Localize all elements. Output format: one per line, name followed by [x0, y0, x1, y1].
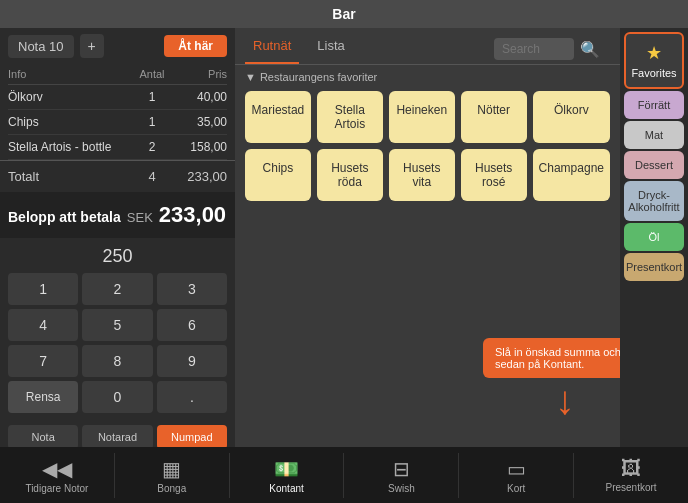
item-pris: 158,00 — [172, 140, 227, 154]
bottom-btn-swish[interactable]: ⊟ Swish — [344, 453, 459, 498]
bottom-icon-0: ◀◀ — [42, 457, 72, 481]
numpad-button-5[interactable]: 5 — [82, 309, 152, 341]
bottom-label-5: Presentkort — [605, 482, 656, 493]
right-btn-ol[interactable]: Öl — [624, 223, 684, 251]
bottom-icon-5: 🖼 — [621, 457, 641, 480]
numpad-button-8[interactable]: 8 — [82, 345, 152, 377]
right-btn-forratt[interactable]: Förrätt — [624, 91, 684, 119]
right-btn-mat[interactable]: Mat — [624, 121, 684, 149]
bottom-icon-2: 💵 — [274, 457, 299, 481]
totalt-pris: 233,00 — [172, 169, 227, 184]
numpad-button-0[interactable]: 0 — [82, 381, 152, 413]
numpad-section: 250 123456789Rensa0. — [0, 238, 235, 421]
item-pris: 40,00 — [172, 90, 227, 104]
nota-label: Nota 10 — [8, 35, 74, 58]
left-tab-row: NotaNotaradNumpad — [0, 421, 235, 447]
right-btn-dessert[interactable]: Dessert — [624, 151, 684, 179]
right-btn-label: Öl — [649, 231, 660, 243]
belopp-amount: Belopp att betala SEK 233,00 — [8, 202, 227, 228]
fav-item-heineken[interactable]: Heineken — [389, 91, 455, 143]
item-pris: 35,00 — [172, 115, 227, 129]
bottom-btn-presentkort[interactable]: 🖼 Presentkort — [574, 453, 688, 497]
search-input[interactable] — [494, 38, 574, 60]
table-row: Chips 1 35,00 — [8, 110, 227, 135]
order-rows: Ölkorv 1 40,00 Chips 1 35,00 Stella Arto… — [8, 85, 227, 160]
numpad-button-4[interactable]: 4 — [8, 309, 78, 341]
item-name: Ölkorv — [8, 90, 132, 104]
bottom-bar: ◀◀ Tidigare Notor ▦ Bonga 💵 Kontant ⊟ Sw… — [0, 447, 688, 503]
search-area: 🔍 — [484, 34, 610, 64]
item-name: Stella Artois - bottle — [8, 140, 132, 154]
fav-item-husetsvita[interactable]: Husets vita — [389, 149, 455, 201]
fav-grid: MariestadStella ArtoisHeinekenNötterÖlko… — [245, 91, 610, 201]
numpad-display: 250 — [8, 242, 227, 273]
center-tabs: Rutnät Lista 🔍 — [235, 28, 620, 65]
belopp-currency: SEK — [127, 210, 153, 225]
nota-add-button[interactable]: + — [80, 34, 104, 58]
fav-item-husetsrosé[interactable]: Husets rosé — [461, 149, 527, 201]
top-bar: Bar — [0, 0, 688, 28]
right-btn-label: Presentkort — [626, 261, 682, 273]
totalt-row: Totalt 4 233,00 — [0, 160, 235, 192]
center-panel: Rutnät Lista 🔍 ▼ Restaurangens favoriter… — [235, 28, 620, 447]
bottom-label-1: Bonga — [157, 483, 186, 494]
tab-rutnit[interactable]: Rutnät — [245, 34, 299, 64]
totalt-antal: 4 — [132, 169, 172, 184]
fav-item-mariestad[interactable]: Mariestad — [245, 91, 311, 143]
bottom-label-3: Swish — [388, 483, 415, 494]
fav-item-chips[interactable]: Chips — [245, 149, 311, 201]
fav-item-ölkorv[interactable]: Ölkorv — [533, 91, 610, 143]
at-har-button[interactable]: Åt här — [164, 35, 227, 57]
nota-row: Nota 10 + Åt här — [0, 28, 235, 64]
numpad-button-6[interactable]: 6 — [157, 309, 227, 341]
bottom-btn-kort[interactable]: ▭ Kort — [459, 453, 574, 498]
bottom-label-2: Kontant — [269, 483, 303, 494]
star-icon: ★ — [646, 42, 662, 64]
bottom-icon-1: ▦ — [162, 457, 181, 481]
bottom-btn-kontant[interactable]: 💵 Kontant — [230, 453, 345, 498]
bottom-btn-bonga[interactable]: ▦ Bonga — [115, 453, 230, 498]
tooltip-arrow: ↓ — [555, 380, 575, 420]
numpad-button-.[interactable]: . — [157, 381, 227, 413]
favorites-title: ▼ Restaurangens favoriter — [245, 71, 610, 83]
numpad-button-3[interactable]: 3 — [157, 273, 227, 305]
triangle-icon: ▼ — [245, 71, 256, 83]
tab-lista[interactable]: Lista — [309, 34, 352, 64]
tooltip-box: Slå in önskad summa och klicka sedan på … — [483, 338, 620, 378]
bottom-icon-4: ▭ — [507, 457, 526, 481]
tab-nota[interactable]: Nota — [8, 425, 78, 447]
order-header: Info Antal Pris — [8, 64, 227, 85]
item-antal: 1 — [132, 90, 172, 104]
main-layout: Nota 10 + Åt här Info Antal Pris Ölkorv … — [0, 28, 688, 447]
bottom-icon-3: ⊟ — [393, 457, 410, 481]
fav-item-stellaartois[interactable]: Stella Artois — [317, 91, 383, 143]
numpad-button-1[interactable]: 1 — [8, 273, 78, 305]
item-antal: 1 — [132, 115, 172, 129]
right-panel: ★FavoritesFörrättMatDessertDryck-Alkohol… — [620, 28, 688, 447]
tab-numpad[interactable]: Numpad — [157, 425, 227, 447]
right-btn-label: Dryck-Alkoholfritt — [628, 189, 680, 213]
numpad-button-2[interactable]: 2 — [82, 273, 152, 305]
belopp-value: 233,00 — [159, 202, 226, 228]
fav-item-champagne[interactable]: Champagne — [533, 149, 610, 201]
totalt-label: Totalt — [8, 169, 132, 184]
tooltip-text: Slå in önskad summa och klicka sedan på … — [495, 346, 620, 370]
fav-item-nötter[interactable]: Nötter — [461, 91, 527, 143]
table-row: Ölkorv 1 40,00 — [8, 85, 227, 110]
left-panel: Nota 10 + Åt här Info Antal Pris Ölkorv … — [0, 28, 235, 447]
right-btn-dryck[interactable]: Dryck-Alkoholfritt — [624, 181, 684, 221]
bottom-label-4: Kort — [507, 483, 525, 494]
belopp-title: Belopp att betala — [8, 209, 121, 225]
bottom-btn-tidigarenotor[interactable]: ◀◀ Tidigare Notor — [0, 453, 115, 498]
numpad-button-7[interactable]: 7 — [8, 345, 78, 377]
item-name: Chips — [8, 115, 132, 129]
belopp-section: Belopp att betala SEK 233,00 — [0, 192, 235, 238]
numpad-button-9[interactable]: 9 — [157, 345, 227, 377]
header-pris: Pris — [172, 68, 227, 80]
right-btn-favorites[interactable]: ★Favorites — [624, 32, 684, 89]
numpad-button-Rensa[interactable]: Rensa — [8, 381, 78, 413]
tab-notarad[interactable]: Notarad — [82, 425, 152, 447]
search-icon: 🔍 — [580, 40, 600, 59]
fav-item-husetsröda[interactable]: Husets röda — [317, 149, 383, 201]
right-btn-presentkort[interactable]: Presentkort — [624, 253, 684, 281]
